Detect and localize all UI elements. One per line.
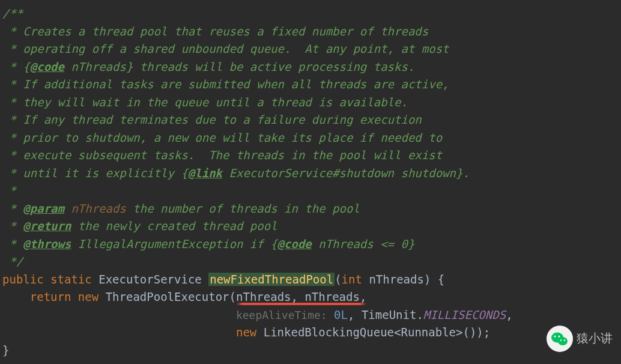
return-line: return new ThreadPoolExecutor(nThreads, …: [2, 290, 366, 303]
javadoc-line: * they will wait in the queue until a th…: [2, 96, 408, 109]
javadoc-tag-code: @code: [30, 60, 64, 73]
javadoc-close: */: [2, 255, 23, 268]
javadoc-tag-code: @code: [277, 237, 312, 250]
javadoc-open: /**: [2, 7, 23, 20]
svg-point-5: [564, 339, 565, 341]
javadoc-line: *: [2, 184, 16, 197]
svg-point-1: [558, 337, 568, 345]
method-signature: public static ExecutorService newFixedTh…: [2, 273, 444, 286]
underlined-args: nThreads, nThreads,: [236, 290, 366, 303]
svg-point-2: [554, 336, 556, 338]
javadoc-tag-return: @return: [23, 219, 71, 232]
watermark: 猿小讲: [547, 326, 613, 352]
javadoc-line: * until it is explicitly {@link Executor…: [2, 166, 470, 180]
javadoc-line: * Creates a thread pool that reuses a fi…: [2, 25, 428, 38]
wechat-icon: [547, 326, 573, 352]
method-name: newFixedThreadPool: [208, 273, 335, 286]
args-line-2: keepAliveTime: 0L, TimeUnit.MILLISECONDS…: [2, 308, 513, 321]
javadoc-line: * If additional tasks are submitted when…: [2, 77, 449, 91]
args-line-3: new LinkedBlockingQueue<Runnable>());: [2, 326, 490, 339]
javadoc-line: * operating off a shared unbounded queue…: [2, 42, 449, 55]
watermark-text: 猿小讲: [577, 330, 613, 348]
javadoc-line: * execute subsequent tasks. The threads …: [2, 148, 442, 162]
javadoc-tag-link: @link: [188, 166, 222, 180]
javadoc-line: * {@code nThreads} threads will be activ…: [2, 60, 414, 73]
code-block: /** * Creates a thread pool that reuses …: [0, 0, 621, 359]
param-hint: keepAliveTime:: [236, 309, 327, 321]
javadoc-tag-throws: @throws: [23, 237, 71, 250]
svg-point-4: [560, 339, 562, 341]
javadoc-line: * @return the newly created thread pool: [2, 219, 277, 232]
javadoc-line: * prior to shutdown, a new one will take…: [2, 131, 442, 144]
javadoc-line: * If any thread terminates due to a fail…: [2, 113, 422, 126]
javadoc-line: * @throws IllegalArgumentException if {@…: [2, 237, 414, 250]
svg-point-3: [559, 336, 560, 338]
javadoc-line: * @param nThreads the number of threads …: [2, 202, 360, 215]
javadoc-tag-param: @param: [23, 202, 64, 215]
closing-brace: }: [2, 344, 9, 357]
